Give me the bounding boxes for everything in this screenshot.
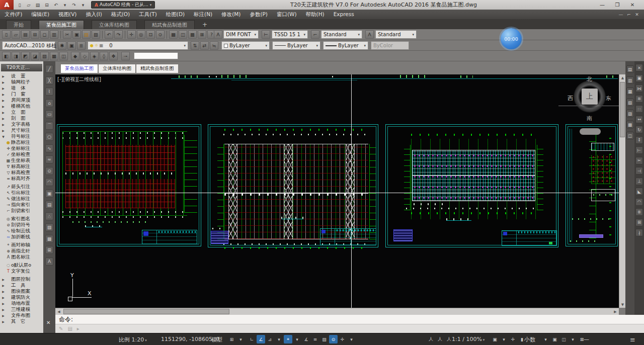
motion-path-icon[interactable]: ◫ bbox=[626, 132, 634, 139]
qnew-icon[interactable]: ▯ bbox=[16, 1, 24, 9]
gradient-icon[interactable]: ▩ bbox=[45, 235, 53, 243]
polyline-icon[interactable]: ⌇ bbox=[45, 88, 53, 96]
menu-item[interactable]: 视图(V) bbox=[54, 10, 81, 19]
grid-icon[interactable]: ⊞ bbox=[227, 335, 236, 343]
workspace-settings-icon[interactable]: ✱ bbox=[58, 41, 66, 50]
palette-item[interactable]: ▶ 文字表格 bbox=[0, 121, 43, 127]
move-icon[interactable]: ↔ bbox=[635, 116, 643, 123]
palette-item[interactable]: ▶ 场地布置 bbox=[0, 300, 43, 306]
menu-item[interactable]: 格式(O) bbox=[107, 10, 134, 19]
osnap-icon[interactable]: ⌖ bbox=[284, 335, 292, 343]
palette-item[interactable]: ▶ 立 面 bbox=[0, 109, 43, 115]
palette-item[interactable]: ▶ 门 窗 bbox=[0, 91, 43, 97]
layer-color-swatch[interactable]: □ bbox=[104, 43, 108, 48]
design-center-icon[interactable]: ◫ bbox=[179, 30, 187, 39]
palette-item[interactable]: ▶ 图层控制 bbox=[0, 276, 43, 282]
workspace-switcher[interactable]: A AutoCAD 经典 - 已从... ▾ bbox=[91, 1, 155, 9]
polygon-icon[interactable]: ⌂ bbox=[45, 99, 53, 107]
view-bottom-icon[interactable]: ◨ bbox=[12, 52, 20, 60]
menu-item[interactable]: 编辑(E) bbox=[27, 10, 54, 19]
quick-calc-icon[interactable]: ⊞ bbox=[198, 30, 206, 39]
paste-icon[interactable]: ▨ bbox=[82, 30, 91, 39]
iso-dropdown-icon[interactable]: ▾ bbox=[275, 335, 283, 343]
menu-item[interactable]: 绘图(D) bbox=[162, 10, 189, 19]
scroll-left-icon[interactable]: ◀ bbox=[55, 308, 62, 315]
customize-menu-icon[interactable]: ≡ bbox=[630, 336, 635, 343]
zoom-window-icon[interactable]: ⊡ bbox=[146, 30, 155, 39]
autocad-logo-icon[interactable]: A bbox=[0, 0, 14, 10]
navigation-wheel-button[interactable] bbox=[580, 128, 601, 135]
toolbar-icon[interactable] bbox=[102, 31, 103, 39]
break-icon[interactable]: ⊥ bbox=[635, 178, 643, 185]
drawing-tab[interactable]: 立体库结构图 bbox=[99, 64, 135, 73]
palette-item[interactable]: ⊕ 画指北针 bbox=[0, 248, 43, 254]
rotate-icon[interactable]: ↻ bbox=[635, 126, 643, 133]
minimize-button[interactable]: — bbox=[595, 0, 610, 9]
menu-item[interactable]: 插入(I) bbox=[81, 10, 106, 19]
plot-icon[interactable]: ⊟ bbox=[43, 1, 51, 9]
undo-icon[interactable]: ↶ bbox=[105, 30, 113, 39]
scroll-down-icon[interactable]: ▼ bbox=[619, 301, 626, 308]
palette-item[interactable]: ↗ 箭头引注 bbox=[0, 184, 43, 190]
hatch-icon[interactable]: ▨ bbox=[45, 223, 53, 231]
drawing-canvas[interactable]: [-][俯视][二维线框] bbox=[55, 74, 619, 308]
mirror-icon[interactable]: ⋈ bbox=[635, 84, 643, 92]
chamfer-icon[interactable]: ◣ bbox=[635, 188, 643, 195]
menu-item[interactable]: 文件(F) bbox=[0, 10, 27, 19]
compass-south-label[interactable]: 南 bbox=[587, 115, 592, 122]
palette-item[interactable]: ▶ 三维建模 bbox=[0, 306, 43, 312]
sheet-set-icon[interactable]: ▥ bbox=[626, 76, 634, 84]
palette-title[interactable]: T20天正... bbox=[1, 64, 42, 71]
redo-dropdown-icon[interactable]: ▾ bbox=[79, 1, 87, 9]
color-combo[interactable]: ByLayer ▾ bbox=[221, 41, 270, 50]
doc-restore-icon[interactable]: ⌐ bbox=[625, 12, 633, 17]
horizontal-scrollbar[interactable]: ◀ ▶ bbox=[55, 308, 619, 315]
layer-isolate-icon[interactable]: ⇄ bbox=[200, 41, 209, 50]
compass-north-label[interactable]: 北 bbox=[587, 75, 592, 83]
menu-item[interactable]: 工具(T) bbox=[134, 10, 162, 19]
menu-item[interactable]: Express bbox=[329, 10, 359, 19]
units-icon[interactable]: ✛ bbox=[509, 335, 517, 343]
palette-item[interactable]: ✓ 坐标检查 bbox=[0, 151, 43, 157]
lock-ui-icon[interactable]: ◫ bbox=[559, 335, 568, 343]
properties-panel-icon[interactable]: ▤ bbox=[626, 65, 634, 73]
clean-screen-button[interactable]: — bbox=[584, 336, 589, 342]
viewport-controls[interactable]: [-][俯视][二维线框] bbox=[57, 76, 101, 83]
lock-dropdown-icon[interactable]: ▾ bbox=[569, 335, 577, 343]
transparency-icon[interactable]: ▨ bbox=[320, 335, 329, 343]
nw-isometric-icon[interactable]: ◊ bbox=[100, 52, 108, 60]
stretch-icon[interactable]: ⊢ bbox=[635, 146, 643, 154]
zoom-previous-icon[interactable]: ⊙ bbox=[156, 30, 165, 39]
palette-item[interactable]: ▶ 房间屋顶 bbox=[0, 97, 43, 103]
palette-item[interactable]: ▶ 墙 体 bbox=[0, 85, 43, 91]
line-icon[interactable]: ╱ bbox=[45, 65, 53, 73]
menu-item[interactable]: 参数(P) bbox=[245, 10, 272, 19]
text-style-icon[interactable]: A bbox=[214, 30, 222, 39]
redo-icon[interactable]: ↷ bbox=[114, 30, 123, 39]
vertical-scroll-thumb[interactable] bbox=[620, 82, 625, 137]
palette-item[interactable]: ∇ 标高标注 bbox=[0, 163, 43, 169]
annotation-scale-control[interactable]: 1:1 / 100%▾ bbox=[452, 336, 485, 342]
scale-control[interactable]: 比例 1:20▾ bbox=[119, 336, 147, 343]
file-tab[interactable]: 开始 bbox=[6, 20, 31, 29]
lineweight-combo[interactable]: ByLayer ▾ bbox=[323, 41, 368, 50]
erase-icon[interactable]: ✕ bbox=[635, 64, 643, 71]
palette-item[interactable]: ▶ 尺寸标注 bbox=[0, 127, 43, 133]
ellipse-icon[interactable]: ⊙ bbox=[45, 167, 53, 175]
osnap-dropdown-icon[interactable]: ▾ bbox=[293, 335, 301, 343]
materials-icon[interactable]: ▨ bbox=[626, 110, 634, 117]
table-icon[interactable]: ⊞ bbox=[45, 246, 53, 254]
palette-item[interactable]: ◌ o默认层o bbox=[0, 262, 43, 268]
iso-draft-icon[interactable]: ⊿ bbox=[266, 335, 274, 343]
quick-properties-icon[interactable]: ▣ bbox=[550, 335, 559, 343]
linetype-combo[interactable]: ByLayer ▾ bbox=[272, 41, 320, 50]
command-input-line[interactable]: ✎▤▸ bbox=[55, 324, 644, 333]
file-tab[interactable]: 立体库结构图 bbox=[92, 20, 137, 29]
undo-icon[interactable]: ↶ bbox=[52, 1, 60, 9]
save-icon[interactable]: ▤ bbox=[34, 1, 42, 9]
workspace-switch-icon[interactable]: ▣ bbox=[491, 335, 499, 343]
units-precision-button[interactable]: 小数 bbox=[524, 336, 535, 343]
ellipse-arc-icon[interactable]: ◠ bbox=[45, 178, 53, 186]
palette-item[interactable]: ▶ 剖 面 bbox=[0, 115, 43, 121]
drawing-tab[interactable]: 精武食品制造图 bbox=[136, 64, 178, 73]
